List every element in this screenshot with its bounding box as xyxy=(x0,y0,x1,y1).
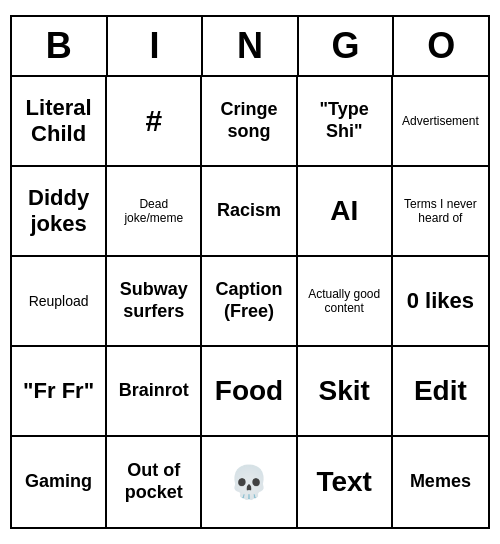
bingo-cell-22[interactable]: 💀 xyxy=(202,437,297,527)
bingo-cell-11[interactable]: Subway surfers xyxy=(107,257,202,347)
bingo-cell-17[interactable]: Food xyxy=(202,347,297,437)
bingo-cell-4[interactable]: Advertisement xyxy=(393,77,488,167)
header-o: O xyxy=(394,17,488,77)
bingo-cell-5[interactable]: Diddy jokes xyxy=(12,167,107,257)
bingo-cell-1[interactable]: # xyxy=(107,77,202,167)
bingo-cell-23[interactable]: Text xyxy=(298,437,393,527)
bingo-cell-21[interactable]: Out of pocket xyxy=(107,437,202,527)
bingo-cell-13[interactable]: Actually good content xyxy=(298,257,393,347)
bingo-cell-3[interactable]: "Type Shi" xyxy=(298,77,393,167)
header-i: I xyxy=(108,17,204,77)
bingo-cell-10[interactable]: Reupload xyxy=(12,257,107,347)
bingo-cell-15[interactable]: "Fr Fr" xyxy=(12,347,107,437)
header-g: G xyxy=(299,17,395,77)
bingo-header: B I N G O xyxy=(12,17,488,77)
header-n: N xyxy=(203,17,299,77)
bingo-grid: Literal Child#Cringe song"Type Shi"Adver… xyxy=(12,77,488,527)
bingo-cell-16[interactable]: Brainrot xyxy=(107,347,202,437)
bingo-cell-2[interactable]: Cringe song xyxy=(202,77,297,167)
bingo-cell-0[interactable]: Literal Child xyxy=(12,77,107,167)
bingo-cell-12[interactable]: Caption (Free) xyxy=(202,257,297,347)
bingo-cell-20[interactable]: Gaming xyxy=(12,437,107,527)
bingo-cell-19[interactable]: Edit xyxy=(393,347,488,437)
bingo-cell-14[interactable]: 0 likes xyxy=(393,257,488,347)
bingo-cell-8[interactable]: AI xyxy=(298,167,393,257)
bingo-cell-18[interactable]: Skit xyxy=(298,347,393,437)
bingo-cell-6[interactable]: Dead joke/meme xyxy=(107,167,202,257)
bingo-card: B I N G O Literal Child#Cringe song"Type… xyxy=(10,15,490,529)
bingo-cell-24[interactable]: Memes xyxy=(393,437,488,527)
bingo-cell-9[interactable]: Terms I never heard of xyxy=(393,167,488,257)
bingo-cell-7[interactable]: Racism xyxy=(202,167,297,257)
header-b: B xyxy=(12,17,108,77)
